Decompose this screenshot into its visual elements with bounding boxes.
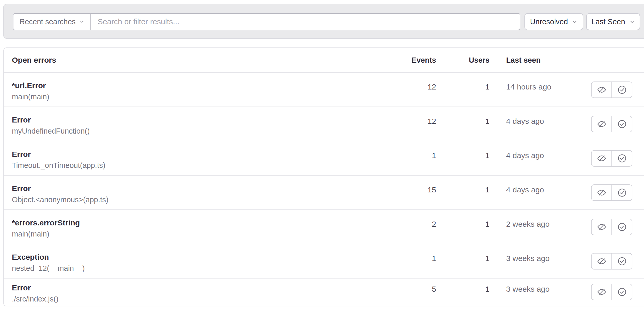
users-count: 1: [436, 279, 490, 295]
row-actions: [591, 284, 632, 300]
users-count: 1: [436, 73, 490, 92]
last-seen-value: 14 hours ago: [490, 73, 591, 92]
last-seen-value: 4 days ago: [490, 141, 591, 161]
recent-searches-dropdown[interactable]: Recent searches: [13, 14, 91, 30]
row-actions: [591, 81, 632, 98]
events-count: 15: [397, 176, 436, 195]
mute-button[interactable]: [592, 151, 611, 166]
action-button-group: [591, 219, 632, 235]
mute-button[interactable]: [592, 82, 611, 97]
sort-filter-dropdown[interactable]: Last Seen: [586, 13, 640, 30]
issue-title-link[interactable]: Error: [12, 149, 397, 160]
issue-culprit: ./src/index.js(): [12, 293, 397, 304]
mute-icon: [597, 287, 607, 297]
issue-title-link[interactable]: *url.Error: [12, 80, 397, 91]
mute-icon: [597, 153, 607, 163]
issue-culprit: nested_12(__main__): [12, 263, 397, 274]
issue-culprit: Object.<anonymous>(app.ts): [12, 194, 397, 205]
events-count: 12: [397, 107, 436, 127]
resolve-button[interactable]: [611, 185, 632, 200]
mute-icon: [597, 222, 607, 232]
row-actions: [591, 253, 632, 270]
issues-list: *url.Error main(main) 12 1 14 hours ago: [4, 73, 644, 305]
search-input[interactable]: [91, 14, 520, 30]
action-button-group: [591, 81, 632, 98]
issue-title-link[interactable]: *errors.errorString: [12, 217, 397, 229]
issues-filter-bar: Recent searches Unresolved Last Seen: [3, 4, 644, 39]
issue-summary: *url.Error main(main): [12, 73, 397, 102]
issue-summary: Error Object.<anonymous>(app.ts): [12, 176, 397, 205]
mute-button[interactable]: [592, 116, 611, 132]
row-actions: [591, 116, 632, 132]
column-header-users: Users: [436, 56, 490, 64]
issue-summary: Error myUndefinedFunction(): [12, 107, 397, 136]
mute-icon: [597, 85, 607, 95]
users-count: 1: [436, 210, 490, 230]
action-button-group: [591, 253, 632, 270]
resolve-button[interactable]: [611, 116, 632, 132]
row-actions: [591, 150, 632, 167]
sort-filter-value: Last Seen: [591, 18, 625, 26]
table-row[interactable]: *url.Error main(main) 12 1 14 hours ago: [4, 73, 644, 107]
users-count: 1: [436, 244, 490, 264]
column-header-events: Events: [397, 56, 436, 64]
issue-summary: *errors.errorString main(main): [12, 210, 397, 239]
resolve-icon: [617, 85, 627, 95]
resolve-button[interactable]: [611, 284, 632, 300]
last-seen-value: 4 days ago: [490, 176, 591, 195]
table-header-row: Open errors Events Users Last seen: [4, 48, 644, 73]
mute-button[interactable]: [592, 185, 611, 200]
issue-title-link[interactable]: Error: [12, 114, 397, 126]
open-errors-panel: Open errors Events Users Last seen *url.…: [3, 47, 644, 306]
resolve-button[interactable]: [611, 254, 632, 269]
action-button-group: [591, 150, 632, 167]
table-row[interactable]: Error myUndefinedFunction() 12 1 4 days …: [4, 107, 644, 141]
issue-culprit: main(main): [12, 229, 397, 239]
chevron-down-icon: [572, 19, 578, 25]
issue-culprit: main(main): [12, 91, 397, 102]
mute-icon: [597, 256, 607, 266]
events-count: 12: [397, 73, 436, 92]
users-count: 1: [436, 107, 490, 127]
mute-button[interactable]: [592, 219, 611, 235]
table-row[interactable]: *errors.errorString main(main) 2 1 2 wee…: [4, 210, 644, 244]
table-row[interactable]: Error Object.<anonymous>(app.ts) 15 1 4 …: [4, 176, 644, 210]
resolve-button[interactable]: [611, 82, 632, 97]
search-bar: Recent searches: [13, 13, 520, 30]
table-row[interactable]: Error Timeout._onTimeout(app.ts) 1 1 4 d…: [4, 141, 644, 176]
panel-title: Open errors: [12, 56, 397, 64]
row-actions: [591, 184, 632, 201]
status-filter-value: Unresolved: [530, 18, 568, 26]
issue-culprit: myUndefinedFunction(): [12, 126, 397, 136]
issue-title-link[interactable]: Exception: [12, 251, 397, 263]
last-seen-value: 4 days ago: [490, 107, 591, 127]
resolve-icon: [617, 153, 627, 163]
last-seen-value: 2 weeks ago: [490, 210, 591, 230]
mute-button[interactable]: [592, 284, 611, 300]
issue-title-link[interactable]: Error: [12, 183, 397, 194]
events-count: 1: [397, 141, 436, 161]
resolve-icon: [617, 287, 627, 297]
issue-title-link[interactable]: Error: [12, 282, 397, 293]
events-count: 2: [397, 210, 436, 230]
row-actions: [591, 219, 632, 235]
column-header-last-seen: Last seen: [490, 56, 591, 64]
resolve-button[interactable]: [611, 219, 632, 235]
issue-summary: Error ./src/index.js(): [12, 279, 397, 304]
events-count: 5: [397, 279, 436, 295]
resolve-icon: [617, 222, 627, 232]
table-row[interactable]: Error ./src/index.js() 5 1 3 weeks ago: [4, 279, 644, 305]
resolve-button[interactable]: [611, 151, 632, 166]
recent-searches-label: Recent searches: [19, 18, 76, 26]
mute-icon: [597, 188, 607, 198]
table-row[interactable]: Exception nested_12(__main__) 1 1 3 week…: [4, 244, 644, 279]
resolve-icon: [617, 119, 627, 129]
events-count: 1: [397, 244, 436, 264]
status-filter-dropdown[interactable]: Unresolved: [524, 13, 583, 30]
chevron-down-icon: [79, 19, 84, 24]
issue-culprit: Timeout._onTimeout(app.ts): [12, 160, 397, 171]
users-count: 1: [436, 141, 490, 161]
resolve-icon: [617, 188, 627, 198]
last-seen-value: 3 weeks ago: [490, 279, 591, 295]
mute-button[interactable]: [592, 254, 611, 269]
